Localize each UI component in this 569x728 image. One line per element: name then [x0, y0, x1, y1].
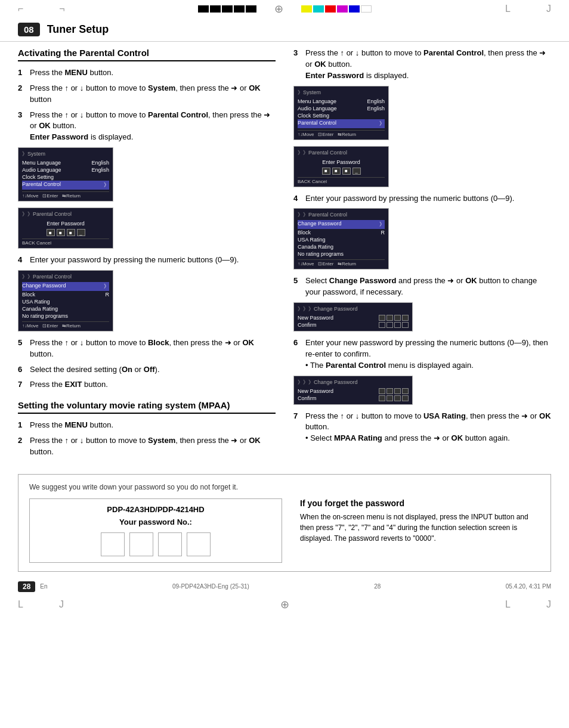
color-bar-black: [198, 5, 209, 13]
step-3: 3 Press the ↑ or ↓ button to move to Par…: [18, 110, 276, 144]
pwd-input-row: [36, 532, 276, 556]
forget-text: When the on-screen menu is not displayed…: [300, 512, 540, 544]
row-label: Clock Setting: [298, 113, 329, 119]
r-cp2-header: 》》》Change Password: [298, 379, 409, 386]
r-row-clock: Clock Setting: [298, 112, 385, 119]
r-step-text-3: Press the ↑ or ↓ button to move to Paren…: [305, 48, 551, 82]
screen-system-left: 》System Menu Language English Audio Lang…: [18, 147, 276, 202]
r-step-text-4: Enter your password by pressing the nume…: [305, 193, 551, 205]
row-value: English: [91, 167, 109, 173]
row-label: USA Rating: [22, 299, 50, 305]
corner-marks-right: L J: [505, 4, 551, 14]
pwd-box-1: ■: [47, 229, 55, 236]
r-step-text-5: Select Change Password and press the ➜ o…: [305, 275, 551, 298]
r-step-5: 5 Select Change Password and press the ➜…: [293, 275, 551, 298]
step-1: 1 Press the MENU button.: [18, 67, 276, 79]
color-bar-yellow: [301, 5, 312, 13]
r-row-menulang: Menu Language English: [298, 98, 385, 105]
step-num-7: 7: [18, 379, 27, 391]
r-row-usarating: USA Rating: [298, 236, 385, 243]
r-row-norating: No rating programs: [298, 250, 385, 258]
row-value: English: [91, 160, 109, 166]
screen2-center: Enter Password ■ ■ ■ _: [22, 221, 109, 236]
r-password-boxes: ■ ■ ■ _: [298, 168, 385, 175]
row-label: New Password: [298, 388, 333, 394]
row-label: No rating programs: [22, 313, 68, 319]
r-row-block: Block R: [298, 229, 385, 236]
r-step-num-4: 4: [293, 193, 303, 205]
screen-row-norating: No rating programs: [22, 312, 109, 320]
color-bar-magenta: [337, 5, 348, 13]
color-bars-left: [198, 5, 256, 13]
r-screen-display-1: 》System Menu Language English Audio Lang…: [293, 86, 389, 140]
screen-row-audiolang: Audio Language English: [22, 166, 109, 174]
r-screen2-center: Enter Password ■ ■ ■ _: [298, 159, 385, 175]
r-pwd-box-4: _: [352, 168, 361, 175]
s2-step-text-1: Press the MENU button.: [30, 420, 276, 431]
note-right-panel: If you forget the password When the on-s…: [300, 498, 540, 563]
bottom-decoration: L J ⊕ L J: [0, 596, 569, 614]
r-screen-display-cp2: 》》》Change Password New Password Confirm: [293, 376, 413, 405]
footer-center-info: 28: [374, 583, 381, 590]
r-cp2-confirm: Confirm: [298, 395, 409, 402]
r-screen3-footer: ↑↓Move ⊡Enter ⇆Return: [298, 259, 385, 267]
screen-row-menulang: Menu Language English: [22, 159, 109, 166]
bottom-corner-right: L J: [505, 599, 551, 610]
corner-mark-tr: ¬: [59, 4, 64, 14]
pwd-label: Your password No.:: [36, 518, 276, 526]
r-screen-display-3: 》》Parental Control Change Password 》 Blo…: [293, 208, 389, 269]
page-number: 28: [18, 581, 35, 592]
r-screen2-header: 》》Parental Control: [298, 149, 385, 157]
r-screen3-header: 》》Parental Control: [298, 211, 385, 219]
pwd-input-3[interactable]: [158, 532, 182, 556]
chapter-number: 08: [18, 23, 40, 36]
pwd-input-4[interactable]: [187, 532, 211, 556]
r-screen-header-1: 》System: [298, 89, 385, 97]
r-step-num-6: 6: [293, 337, 303, 371]
enter-password-label: Enter Password: [22, 221, 109, 227]
r-pwd-box-2: ■: [332, 168, 341, 175]
color-bar-white: [361, 5, 372, 13]
row-value: English: [367, 106, 385, 111]
r-enter-pwd-label: Enter Password: [298, 159, 385, 165]
r-screen-display-2: 》》Parental Control Enter Password ■ ■ ■ …: [293, 146, 389, 187]
step-4: 4 Enter your password by pressing the nu…: [18, 255, 276, 266]
r-screen-changepwd1: 》》》Change Password New Password Confirm: [293, 302, 551, 332]
pwd-box-4: _: [77, 229, 85, 236]
r-screen-password: 》》Parental Control Enter Password ■ ■ ■ …: [293, 146, 551, 187]
row-value: English: [367, 98, 385, 104]
pwd-input-1[interactable]: [101, 532, 125, 556]
r-step-4: 4 Enter your password by pressing the nu…: [293, 193, 551, 205]
note-content: PDP-42A3HD/PDP-4214HD Your password No.:…: [29, 498, 540, 563]
step-num-2: 2: [18, 83, 27, 106]
model-name: PDP-42A3HD/PDP-4214HD: [36, 505, 276, 514]
top-decoration: ⌐ ¬ ⊕ L J: [0, 0, 569, 18]
screen-row-parental: Parental Control 》: [22, 181, 109, 190]
row-value: 》: [379, 221, 385, 228]
s2-step-num-2: 2: [18, 435, 27, 458]
step-num-4: 4: [18, 255, 27, 266]
color-bar-black5: [246, 5, 256, 13]
row-value: 》: [379, 120, 385, 128]
row-label: Change Password: [298, 221, 342, 228]
footer-left-info: 09-PDP42A3HD-Eng (25-31): [172, 583, 249, 590]
pwd-box-3: ■: [67, 229, 75, 236]
s2-step-text-2: Press the ↑ or ↓ button to move to Syste…: [30, 435, 276, 458]
screen-row-clock: Clock Setting: [22, 174, 109, 181]
step-6: 6 Select the desired setting (On or Off)…: [18, 364, 276, 376]
r-pwd-box-3: ■: [342, 168, 351, 175]
corner-mark-bl: L: [505, 4, 511, 14]
row-label: No rating programs: [298, 251, 344, 257]
pwd-input-2[interactable]: [129, 532, 153, 556]
chapter-title: Tuner Setup: [47, 23, 109, 36]
screen-parental-left: 》》Parental Control Change Password 》 Blo…: [18, 270, 276, 332]
right-column: 3 Press the ↑ or ↓ button to move to Par…: [293, 48, 551, 462]
row-label: Menu Language: [22, 160, 61, 166]
r-row-canadarating: Canada Rating: [298, 243, 385, 250]
row-value: [379, 388, 409, 394]
screen-row-usarating: USA Rating: [22, 298, 109, 305]
left-column: Activating the Parental Control 1 Press …: [18, 48, 276, 462]
row-label: Parental Control: [22, 181, 61, 189]
section2-title: Setting the voluntary movie rating syste…: [18, 400, 276, 414]
r-step-3: 3 Press the ↑ or ↓ button to move to Par…: [293, 48, 551, 82]
